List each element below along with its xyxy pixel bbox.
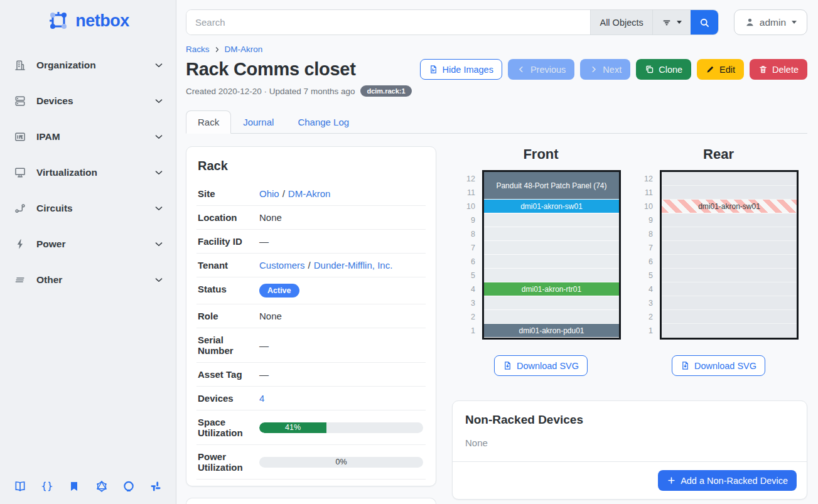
rack-empty-unit [662,282,797,296]
non-racked-devices-title: Non-Racked Devices [453,401,807,427]
rack-empty-unit [662,310,797,324]
netbox-logo[interactable]: netbox [0,0,176,39]
rear-download-svg-button[interactable]: Download SVG [672,355,765,376]
clone-button[interactable]: Clone [636,59,691,80]
chevron-right-small-icon [213,46,221,53]
breadcrumb-link-1[interactable]: Racks [186,45,210,54]
chevron-down-icon [153,203,164,214]
sidebar-item-label: Power [36,239,153,250]
field-facility-id: Facility ID — [196,230,426,254]
tab-journal[interactable]: Journal [231,110,286,134]
sidebar-footer [0,480,176,495]
sidebar-item-other[interactable]: Other [14,267,164,292]
plus-icon [667,476,676,485]
power-bolt-icon [14,238,26,250]
trash-icon [758,65,768,74]
main-area: All Objects admin RacksDM-Akron Rack Com… [176,0,818,504]
front-download-svg-button[interactable]: Download SVG [494,355,588,376]
github-link[interactable] [122,480,135,495]
docs-book-link[interactable] [14,480,26,495]
tenant-link[interactable]: Dunder-Mifflin, Inc. [314,260,393,271]
unit-number: 7 [638,241,653,255]
graphql-link[interactable] [95,480,108,495]
rack-empty-unit [662,186,797,200]
power-utilization-bar: 0% [259,457,423,468]
sidebar-item-ipam[interactable]: IPAM [14,124,164,149]
rack-device[interactable]: dmi01-akron-rtr01 [484,282,619,296]
rack-device[interactable]: Panduit 48-Port Patch Panel (74) [484,172,619,200]
rack-device[interactable]: dmi01-akron-sw01 [484,200,619,213]
tenant-group-link[interactable]: Customers [259,260,305,271]
chevron-left-icon [517,65,526,74]
field-status: Status Active [196,277,426,304]
title-row: Rack Comms closet Hide Images Previous N… [186,59,807,80]
previous-button[interactable]: Previous [508,59,574,80]
rack-empty-unit [484,227,619,241]
edit-button[interactable]: Edit [697,59,744,80]
bookmark-link[interactable] [68,480,80,495]
site-group-link[interactable]: Ohio [259,188,279,199]
user-name: admin [760,17,786,28]
slack-link[interactable] [149,480,162,495]
unit-number: 12 [638,172,653,186]
object-id-badge: dcim.rack:1 [360,85,411,97]
next-button[interactable]: Next [580,59,630,80]
chevron-down-icon [153,167,164,178]
add-non-racked-device-button[interactable]: Add a Non-Racked Device [658,470,797,491]
download-file-icon [503,361,512,370]
sidebar-item-devices[interactable]: Devices [14,88,164,114]
hide-images-button[interactable]: Hide Images [420,59,502,80]
front-elevation: Front 121110987654321 Panduit 48-Port Pa… [452,146,630,376]
slack-icon [149,480,162,493]
user-menu-button[interactable]: admin [734,9,807,35]
sidebar-nav: OrganizationDevicesIPAMVirtualizationCir… [0,39,176,292]
chevron-down-icon [153,131,164,142]
serial-number-value: — [257,328,426,363]
chevron-down-icon [153,60,164,71]
non-racked-empty-text: None [453,427,807,461]
pencil-icon [706,65,715,74]
rack-empty-unit [484,255,619,269]
bookmark-icon [68,480,80,493]
search-scope-button[interactable]: All Objects [590,10,652,35]
unit-number: 6 [638,255,653,269]
sidebar-item-label: Circuits [36,203,153,214]
api-braces-link[interactable] [41,480,53,495]
monitor-icon [14,166,26,179]
sidebar-item-virtualization[interactable]: Virtualization [14,160,164,185]
circuit-icon [14,202,26,215]
api-braces-icon [41,480,53,493]
delete-button[interactable]: Delete [750,59,807,80]
page-title: Rack Comms closet [186,59,356,80]
search-filter-button[interactable] [652,10,691,35]
breadcrumb-link-2[interactable]: DM-Akron [225,45,263,54]
rack-empty-unit [662,172,797,186]
sidebar-item-circuits[interactable]: Circuits [14,196,164,221]
space-utilization-fill: 41% [259,422,326,433]
field-power-utilization: Power Utilization 0% [196,445,426,480]
rack-device[interactable]: dmi01-akron-pdu01 [484,324,619,338]
sidebar-item-label: Virtualization [36,167,153,178]
unit-number: 8 [638,227,653,241]
front-elevation-title: Front [523,146,558,163]
unit-number: 5 [461,269,475,282]
action-buttons: Hide Images Previous Next Clone Edit [420,59,807,80]
unit-number: 4 [638,282,653,296]
devices-count-link[interactable]: 4 [259,393,264,404]
next-panel-stub [186,498,436,504]
field-serial-number: Serial Number — [196,328,426,363]
asset-tag-value: — [257,363,426,387]
tab-rack[interactable]: Rack [186,110,231,134]
meta-row: Created 2020-12-20 · Updated 7 months ag… [186,85,807,97]
site-link[interactable]: DM-Akron [288,188,331,199]
search-submit-button[interactable] [691,10,718,35]
field-site: Site Ohio/DM-Akron [196,182,426,206]
sidebar-item-organization[interactable]: Organization [14,53,164,78]
rack-empty-unit [484,310,619,324]
rack-device[interactable]: dmi01-akron-sw01 [662,200,797,213]
tab-change-log[interactable]: Change Log [286,110,361,134]
sidebar-item-power[interactable]: Power [14,232,164,257]
sidebar-item-label: Other [36,274,153,286]
field-role: Role None [196,304,426,328]
search-input[interactable] [186,10,590,35]
